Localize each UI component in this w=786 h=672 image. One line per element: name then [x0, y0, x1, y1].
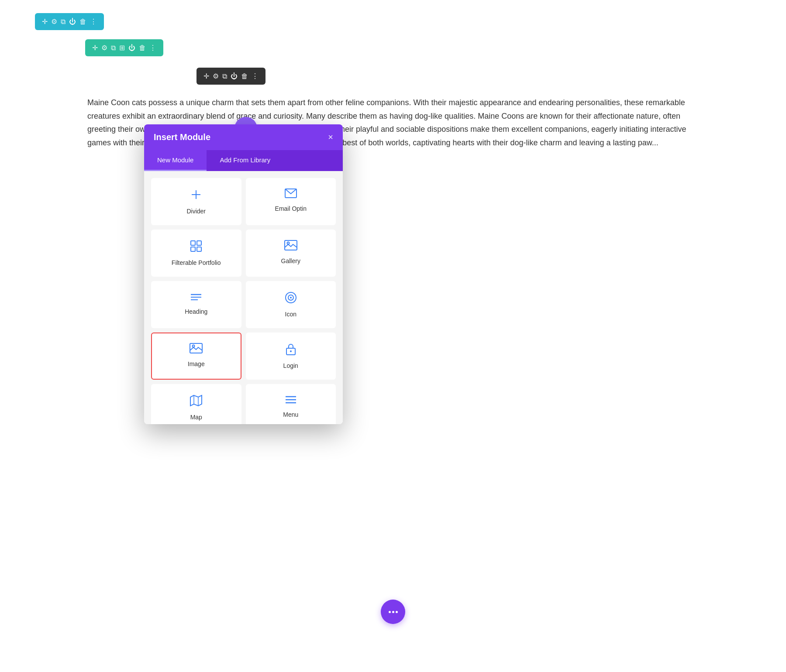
module-map[interactable]: Map	[151, 384, 241, 424]
delete-icon[interactable]: 🗑	[79, 18, 86, 26]
image-icon	[190, 343, 203, 356]
toolbar-second[interactable]: ✛ ⚙ ⧉ ⊞ ⏻ 🗑 ⋮	[85, 39, 163, 56]
move-icon-2[interactable]: ✛	[92, 44, 98, 52]
filterable-portfolio-icon	[190, 240, 202, 255]
dot-1	[389, 611, 391, 613]
module-gallery[interactable]: Gallery	[246, 230, 336, 277]
module-login[interactable]: Login	[246, 333, 336, 380]
svg-point-14	[290, 297, 292, 298]
modal-tabs: New Module Add From Library	[144, 150, 343, 171]
modal-body: Divider Email Optin	[144, 171, 343, 424]
tab-new-module[interactable]: New Module	[144, 150, 207, 171]
more-icon[interactable]: ⋮	[90, 17, 97, 26]
module-divider[interactable]: Divider	[151, 178, 241, 225]
module-menu[interactable]: Menu	[246, 384, 336, 424]
map-label: Map	[190, 414, 202, 421]
delete-icon-3[interactable]: 🗑	[241, 72, 248, 80]
more-icon-2[interactable]: ⋮	[149, 44, 156, 52]
svg-point-8	[287, 242, 289, 244]
image-label: Image	[188, 360, 205, 367]
grid-icon[interactable]: ⊞	[119, 44, 125, 52]
icon-label: Icon	[285, 311, 296, 318]
bottom-more-button[interactable]	[381, 600, 405, 624]
svg-point-18	[290, 350, 292, 352]
svg-rect-3	[191, 241, 195, 245]
power-icon[interactable]: ⏻	[69, 18, 76, 26]
menu-icon	[285, 394, 297, 407]
settings-icon-2[interactable]: ⚙	[101, 44, 107, 52]
svg-rect-4	[197, 241, 201, 245]
divider-label: Divider	[186, 208, 206, 215]
map-icon	[190, 394, 202, 409]
duplicate-icon-2[interactable]: ⧉	[111, 44, 116, 52]
module-heading[interactable]: Heading	[151, 281, 241, 328]
divider-icon	[190, 189, 202, 203]
settings-icon[interactable]: ⚙	[51, 17, 57, 26]
module-image[interactable]: Image	[151, 333, 241, 380]
login-icon	[286, 343, 296, 358]
menu-label: Menu	[283, 411, 298, 418]
email-optin-label: Email Optin	[275, 205, 307, 212]
svg-point-16	[193, 345, 195, 347]
settings-icon-3[interactable]: ⚙	[213, 72, 219, 80]
modal-header: Insert Module ×	[144, 124, 343, 150]
move-icon[interactable]: ✛	[42, 17, 48, 26]
toolbar-top[interactable]: ✛ ⚙ ⧉ ⏻ 🗑 ⋮	[35, 13, 104, 30]
filterable-portfolio-label: Filterable Portfolio	[172, 259, 221, 266]
dot-3	[396, 611, 398, 613]
gallery-icon	[284, 240, 297, 253]
duplicate-icon-3[interactable]: ⧉	[222, 72, 227, 80]
modules-grid: Divider Email Optin	[151, 178, 336, 424]
svg-rect-6	[197, 247, 201, 251]
email-optin-icon	[285, 189, 297, 201]
insert-module-modal: Insert Module × New Module Add From Libr…	[144, 124, 343, 424]
module-filterable-portfolio[interactable]: Filterable Portfolio	[151, 230, 241, 277]
power-icon-2[interactable]: ⏻	[128, 44, 135, 52]
move-icon-3[interactable]: ✛	[203, 72, 209, 80]
modal-close-button[interactable]: ×	[328, 132, 333, 142]
dot-2	[392, 611, 394, 613]
power-icon-3[interactable]: ⏻	[231, 72, 238, 80]
icon-module-icon	[285, 291, 297, 306]
delete-icon-2[interactable]: 🗑	[139, 44, 146, 52]
heading-label: Heading	[185, 308, 207, 315]
gallery-label: Gallery	[281, 257, 300, 264]
module-icon[interactable]: Icon	[246, 281, 336, 328]
svg-rect-5	[191, 247, 195, 251]
toolbar-third[interactable]: ✛ ⚙ ⧉ ⏻ 🗑 ⋮	[196, 68, 265, 85]
duplicate-icon[interactable]: ⧉	[61, 18, 66, 26]
modal-title: Insert Module	[154, 132, 210, 142]
more-icon-3[interactable]: ⋮	[252, 72, 259, 80]
module-email-optin[interactable]: Email Optin	[246, 178, 336, 225]
heading-icon	[190, 291, 202, 304]
login-label: Login	[283, 362, 298, 369]
tab-add-from-library[interactable]: Add From Library	[207, 150, 283, 171]
